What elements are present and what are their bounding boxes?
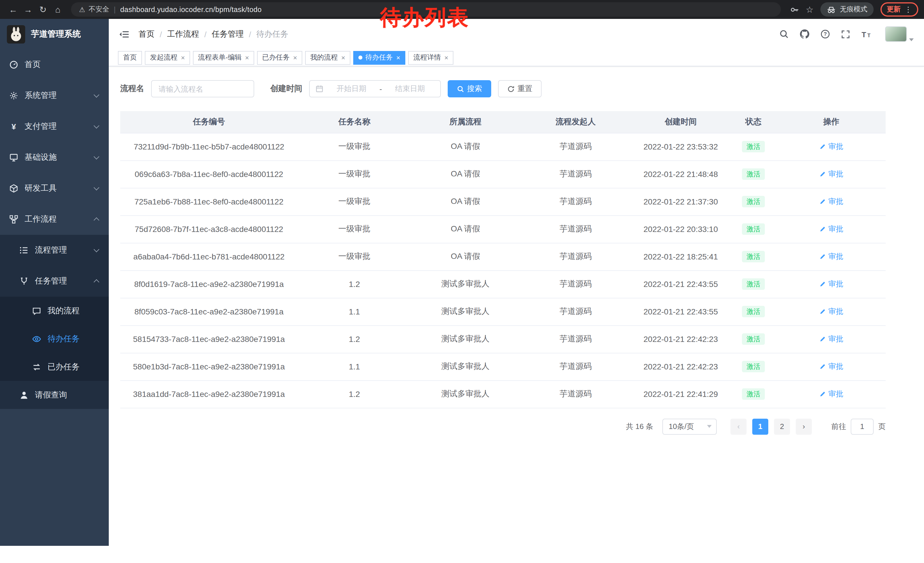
approve-link[interactable]: 审批 bbox=[819, 389, 843, 399]
github-icon[interactable] bbox=[800, 29, 810, 39]
gear-icon bbox=[9, 91, 18, 100]
help-icon[interactable]: ? bbox=[820, 29, 830, 39]
sidebar-item-label: 工作流程 bbox=[25, 214, 57, 225]
close-icon[interactable]: × bbox=[444, 54, 448, 62]
fullscreen-icon[interactable] bbox=[841, 30, 850, 39]
task-name-text: 一级审批 bbox=[338, 251, 370, 261]
tab-process-detail[interactable]: 流程详情 × bbox=[408, 51, 453, 65]
approve-link[interactable]: 审批 bbox=[819, 251, 843, 262]
browser-menu-icon[interactable]: ⋮ bbox=[904, 5, 912, 14]
page-button-2[interactable]: 2 bbox=[774, 418, 790, 434]
sidebar-item-label: 我的流程 bbox=[48, 306, 80, 316]
cell-status: 激活 bbox=[730, 161, 777, 188]
breadcrumb-item-workflow[interactable]: 工作流程 bbox=[167, 29, 199, 39]
prev-page-button[interactable]: ‹ bbox=[730, 418, 747, 434]
sidebar-item-my-processes[interactable]: 我的流程 bbox=[0, 297, 109, 325]
cell-task-name: 一级审批 bbox=[298, 243, 411, 270]
goto-page-input[interactable] bbox=[851, 418, 874, 434]
tab-process-form-edit[interactable]: 流程表单-编辑 × bbox=[193, 51, 254, 65]
search-button[interactable]: 搜索 bbox=[448, 80, 491, 98]
security-warning[interactable]: ⚠ 不安全 bbox=[79, 5, 110, 14]
tab-home[interactable]: 首页 bbox=[118, 51, 142, 65]
column-initiator: 流程发起人 bbox=[520, 111, 632, 133]
sidebar-item-label: 研发工具 bbox=[25, 183, 57, 194]
approve-link[interactable]: 审批 bbox=[819, 279, 843, 289]
browser-back-icon[interactable]: ← bbox=[6, 2, 21, 17]
breadcrumb-item-task-management[interactable]: 任务管理 bbox=[212, 29, 244, 39]
list-icon bbox=[20, 246, 28, 255]
app-window: ← → ↻ ⌂ ⚠ 不安全 | dashboard.yudao.iocoder.… bbox=[0, 0, 924, 563]
sidebar-toggle-icon[interactable] bbox=[119, 30, 129, 39]
table-row: 75d72608-7b7f-11ec-a3c8-acde48001122 一级审… bbox=[120, 215, 886, 243]
approve-link[interactable]: 审批 bbox=[819, 334, 843, 344]
sidebar-item-payment[interactable]: ¥ 支付管理 bbox=[0, 111, 109, 142]
reset-button[interactable]: 重置 bbox=[498, 80, 542, 98]
tab-label: 我的流程 bbox=[310, 53, 338, 62]
cell-task-id: 725a1eb6-7b88-11ec-8ef0-acde48001122 bbox=[120, 188, 298, 215]
sidebar-item-process-management[interactable]: 流程管理 bbox=[0, 235, 109, 266]
close-icon[interactable]: × bbox=[396, 54, 400, 62]
table-row: 580e1b3d-7ac8-11ec-a9e2-a2380e71991a 1.1… bbox=[120, 353, 886, 380]
approve-link[interactable]: 审批 bbox=[819, 141, 843, 152]
sidebar-item-leave-query[interactable]: 请假查询 bbox=[0, 381, 109, 409]
breadcrumb-item-home[interactable]: 首页 bbox=[138, 29, 154, 39]
address-separator: | bbox=[114, 6, 116, 14]
created-time-text: 2022-01-22 18:25:41 bbox=[644, 252, 718, 261]
page-button-1[interactable]: 1 bbox=[752, 418, 768, 434]
initiator-text: 芋道源码 bbox=[560, 279, 592, 288]
tab-todo-tasks[interactable]: 待办任务 × bbox=[353, 51, 405, 65]
initiator-text: 芋道源码 bbox=[560, 224, 592, 233]
approve-link[interactable]: 审批 bbox=[819, 362, 843, 372]
box-icon bbox=[9, 184, 18, 193]
created-time-text: 2022-01-22 20:33:10 bbox=[644, 225, 718, 234]
cell-task-name: 一级审批 bbox=[298, 161, 411, 188]
sidebar-item-done-tasks[interactable]: 已办任务 bbox=[0, 353, 109, 381]
next-page-button[interactable]: › bbox=[796, 418, 812, 434]
browser-update-chip[interactable]: 更新 ⋮ bbox=[880, 2, 918, 17]
task-id-text: 8f059c03-7ac8-11ec-a9e2-a2380e71991a bbox=[134, 307, 284, 316]
close-icon[interactable]: × bbox=[293, 54, 297, 62]
close-icon[interactable]: × bbox=[181, 54, 185, 62]
tab-start-process[interactable]: 发起流程 × bbox=[145, 51, 190, 65]
bookmark-star-icon[interactable]: ☆ bbox=[806, 4, 813, 15]
calendar-icon bbox=[315, 85, 324, 93]
create-time-label: 创建时间 bbox=[270, 84, 302, 94]
cell-status: 激活 bbox=[730, 188, 777, 215]
cell-process: 测试多审批人 bbox=[411, 380, 520, 408]
sidebar-item-home[interactable]: 首页 bbox=[0, 49, 109, 80]
close-icon[interactable]: × bbox=[341, 54, 345, 62]
tab-my-processes[interactable]: 我的流程 × bbox=[305, 51, 350, 65]
tab-done-tasks[interactable]: 已办任务 × bbox=[257, 51, 302, 65]
cell-initiator: 芋道源码 bbox=[520, 133, 632, 161]
cell-task-name: 一级审批 bbox=[298, 133, 411, 161]
approve-link[interactable]: 审批 bbox=[819, 169, 843, 179]
browser-reload-icon[interactable]: ↻ bbox=[36, 2, 50, 17]
approve-link[interactable]: 审批 bbox=[819, 306, 843, 317]
sidebar-item-todo-tasks[interactable]: 待办任务 bbox=[0, 325, 109, 353]
sidebar-item-system[interactable]: 系统管理 bbox=[0, 80, 109, 111]
approve-link[interactable]: 审批 bbox=[819, 197, 843, 207]
browser-forward-icon[interactable]: → bbox=[21, 2, 36, 17]
sidebar-item-workflow[interactable]: 工作流程 bbox=[0, 204, 109, 235]
font-size-icon[interactable]: TT bbox=[861, 30, 872, 39]
date-range-picker[interactable]: 开始日期 - 结束日期 bbox=[309, 80, 441, 98]
sidebar-item-infrastructure[interactable]: 基础设施 bbox=[0, 142, 109, 173]
incognito-chip[interactable]: 无痕模式 bbox=[820, 2, 874, 17]
process-name-input[interactable] bbox=[151, 80, 254, 98]
browser-home-icon[interactable]: ⌂ bbox=[50, 2, 65, 17]
close-icon[interactable]: × bbox=[245, 54, 249, 62]
password-key-icon[interactable] bbox=[790, 5, 799, 14]
cell-status: 激活 bbox=[730, 380, 777, 408]
task-name-text: 一级审批 bbox=[338, 169, 370, 178]
sidebar-item-devtools[interactable]: 研发工具 bbox=[0, 173, 109, 204]
page-size-select[interactable]: 10条/页 bbox=[662, 418, 717, 434]
tags-view-bar: 首页 发起流程 × 流程表单-编辑 × 已办任务 × 我的流程 × 待办任务 ×… bbox=[109, 49, 924, 66]
pencil-icon bbox=[819, 226, 826, 233]
approve-label: 审批 bbox=[828, 197, 843, 207]
approve-link[interactable]: 审批 bbox=[819, 224, 843, 234]
chevron-down-icon bbox=[94, 123, 99, 129]
sidebar-item-task-management[interactable]: 任务管理 bbox=[0, 266, 109, 297]
search-icon[interactable] bbox=[779, 29, 789, 39]
app-logo: 芋道管理系统 bbox=[0, 19, 109, 49]
user-avatar[interactable] bbox=[885, 26, 907, 42]
